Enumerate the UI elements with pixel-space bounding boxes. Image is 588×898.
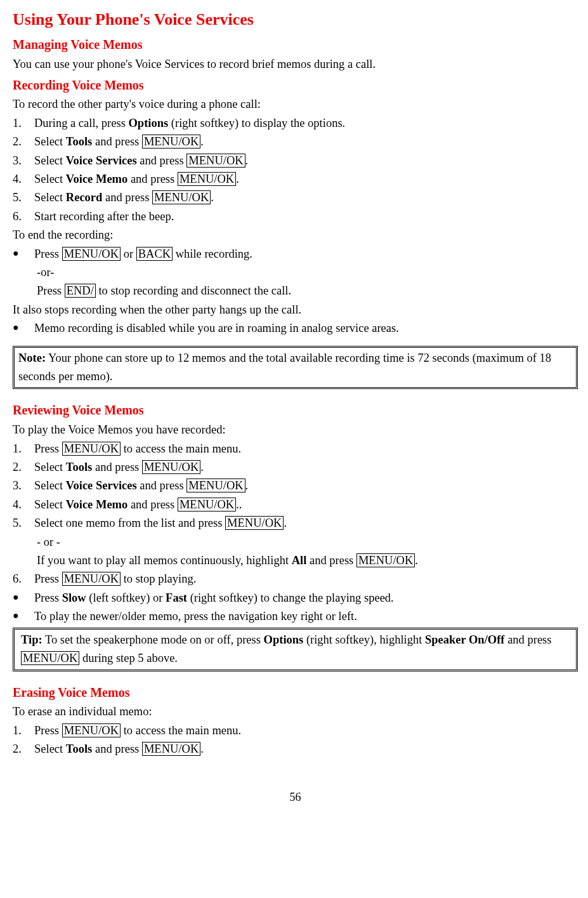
list-item: 2. Select Tools and press MENU/OK. [13,740,578,758]
key-menu-ok: MENU/OK [178,498,236,512]
key-menu-ok: MENU/OK [186,479,245,492]
also-stops-text: It also stops recording when the other p… [13,301,578,319]
key-menu-ok: MENU/OK [142,742,200,756]
step-number: 1. [13,440,34,458]
step-number: 1. [13,722,34,740]
alt-instruction: Press END/ to stop recording and disconn… [13,282,578,300]
list-item: 5. Select one memo from the list and pre… [13,514,578,532]
tip-box: Tip: To set the speakerphone mode on or … [13,628,578,671]
list-item: ● To play the newer/older memo, press th… [13,607,578,626]
step-number: 6. [13,570,34,588]
alt-instruction: If you want to play all memos continuous… [13,551,578,570]
key-menu-ok: MENU/OK [21,651,79,665]
bullet-icon: ● [13,589,34,607]
step-number: 6. [13,208,34,226]
step-number: 2. [13,740,34,758]
note-label: Note: [18,352,46,364]
recording-steps: 1. During a call, press Options (right s… [13,114,578,226]
list-item: 6. Press MENU/OK to stop playing. [13,570,578,588]
list-item: ● Press MENU/OK or BACK while recording. [13,245,578,263]
list-item: ● Press Slow (left softkey) or Fast (rig… [13,589,578,607]
list-item: 2. Select Tools and press MENU/OK. [13,133,578,151]
end-recording-intro: To end the recording: [13,226,578,244]
key-menu-ok: MENU/OK [62,442,121,456]
bullet-icon: ● [13,245,34,263]
key-menu-ok: MENU/OK [62,572,121,586]
intro-text: You can use your phone's Voice Services … [13,55,578,74]
key-end: END/ [65,284,96,298]
erase-intro: To erase an individual memo: [13,703,578,721]
heading-erasing: Erasing Voice Memos [13,683,578,703]
review-steps: 1. Press MENU/OK to access the main menu… [13,440,578,533]
list-item: 3. Select Voice Services and press MENU/… [13,152,578,170]
note-box: Note: Your phone can store up to 12 memo… [13,346,578,390]
list-item: 1. During a call, press Options (right s… [13,114,578,133]
key-menu-ok: MENU/OK [225,516,284,530]
step-number: 4. [13,496,34,514]
key-menu-ok: MENU/OK [152,190,211,204]
step-number: 3. [13,477,34,495]
key-menu-ok: MENU/OK [178,172,236,186]
key-back: BACK [136,247,173,261]
bullet-icon: ● [13,319,34,338]
key-menu-ok: MENU/OK [142,135,200,149]
step-number: 3. [13,152,34,170]
list-item: ● Memo recording is disabled while you a… [13,319,578,338]
page-number: 56 [13,788,578,807]
step-number: 5. [13,188,34,207]
heading-recording: Recording Voice Memos [13,76,578,96]
key-menu-ok: MENU/OK [142,460,200,474]
step-number: 4. [13,170,34,188]
heading-reviewing: Reviewing Voice Memos [13,400,578,421]
list-item: 4. Select Voice Memo and press MENU/OK. [13,170,578,188]
list-item: 5. Select Record and press MENU/OK. [13,188,578,207]
list-item: 3. Select Voice Services and press MENU/… [13,477,578,495]
bullet-icon: ● [13,607,34,626]
step-number: 2. [13,458,34,477]
list-item: 2. Select Tools and press MENU/OK. [13,458,578,477]
list-item: 1. Press MENU/OK to access the main menu… [13,722,578,740]
record-intro: To record the other party's voice during… [13,95,578,114]
or-separator: - or - [13,533,578,551]
step-number: 1. [13,114,34,133]
key-menu-ok: MENU/OK [62,723,121,737]
list-item: 6. Start recording after the beep. [13,208,578,226]
list-item: 1. Press MENU/OK to access the main menu… [13,440,578,458]
key-menu-ok: MENU/OK [356,553,415,567]
key-menu-ok: MENU/OK [186,154,245,168]
tip-label: Tip: [21,633,42,646]
list-item: 4. Select Voice Memo and press MENU/OK.. [13,496,578,514]
heading-managing: Managing Voice Memos [13,35,578,55]
key-menu-ok: MENU/OK [62,247,121,261]
step-number: 2. [13,133,34,151]
page-title: Using Your Phone's Voice Services [13,6,578,32]
review-intro: To play the Voice Memos you have recorde… [13,421,578,439]
step-number: 5. [13,514,34,532]
erase-steps: 1. Press MENU/OK to access the main menu… [13,722,578,759]
or-separator: -or- [13,263,578,282]
